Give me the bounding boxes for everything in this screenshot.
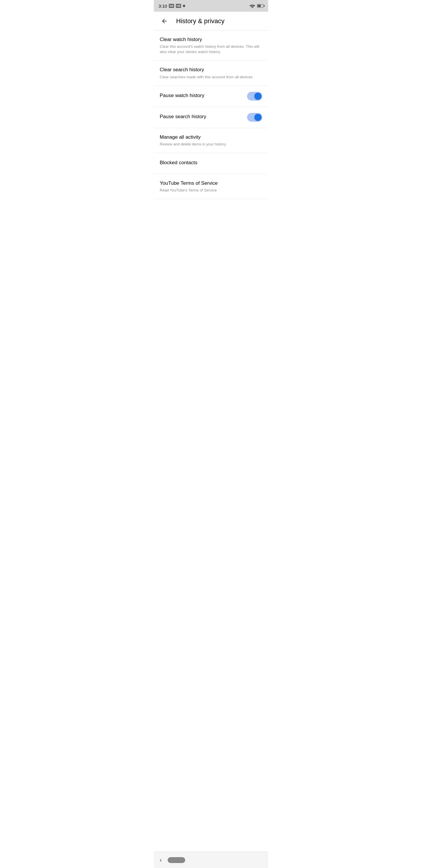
- pause-watch-history-item[interactable]: Pause watch history: [154, 86, 268, 107]
- blocked-contacts-item[interactable]: Blocked contacts: [154, 153, 268, 174]
- youtube-tos-title: YouTube Terms of Service: [160, 180, 262, 186]
- manage-all-activity-title: Manage all activity: [160, 134, 262, 141]
- status-time: 3:10: [159, 3, 167, 8]
- settings-list: Clear watch history Clear this account's…: [154, 31, 268, 199]
- pause-search-history-toggle-knob: [254, 114, 261, 121]
- pause-search-history-toggle[interactable]: [247, 113, 262, 122]
- pause-search-history-title: Pause search history: [160, 114, 242, 120]
- status-bar: 3:10 GE GE: [154, 0, 268, 12]
- status-bar-right: [249, 4, 263, 8]
- clear-watch-history-title: Clear watch history: [160, 36, 262, 43]
- youtube-tos-item[interactable]: YouTube Terms of Service Read YouTube's …: [154, 174, 268, 199]
- clear-search-history-item[interactable]: Clear search history Clear searches made…: [154, 61, 268, 86]
- pause-watch-history-content: Pause watch history: [160, 92, 242, 100]
- pause-watch-history-title: Pause watch history: [160, 92, 242, 99]
- status-icon-1: GE: [169, 4, 174, 8]
- status-dot: [183, 5, 185, 7]
- back-button[interactable]: [159, 15, 170, 27]
- bottom-nav: ‹: [154, 851, 268, 868]
- clear-search-history-content: Clear search history Clear searches made…: [160, 67, 262, 80]
- youtube-tos-content: YouTube Terms of Service Read YouTube's …: [160, 180, 262, 193]
- clear-search-history-title: Clear search history: [160, 67, 262, 73]
- status-bar-left: 3:10 GE GE: [159, 3, 185, 8]
- status-icon-2: GE: [176, 4, 181, 8]
- manage-all-activity-content: Manage all activity Review and delete it…: [160, 134, 262, 147]
- nav-back-button[interactable]: ‹: [154, 854, 168, 866]
- page-title: History & privacy: [176, 17, 225, 25]
- pause-search-history-item[interactable]: Pause search history: [154, 107, 268, 128]
- nav-home-pill[interactable]: [168, 857, 185, 863]
- back-arrow-icon: [161, 18, 168, 25]
- blocked-contacts-title: Blocked contacts: [160, 159, 262, 166]
- app-bar: History & privacy: [154, 12, 268, 31]
- clear-watch-history-content: Clear watch history Clear this account's…: [160, 36, 262, 55]
- pause-search-history-toggle-container: [247, 113, 262, 122]
- battery-icon: [257, 4, 263, 8]
- youtube-tos-subtitle: Read YouTube's Terms of Service: [160, 188, 262, 193]
- clear-search-history-subtitle: Clear searches made with this account fr…: [160, 74, 262, 80]
- blocked-contacts-content: Blocked contacts: [160, 159, 262, 167]
- manage-all-activity-item[interactable]: Manage all activity Review and delete it…: [154, 128, 268, 153]
- clear-watch-history-item[interactable]: Clear watch history Clear this account's…: [154, 31, 268, 61]
- pause-watch-history-toggle[interactable]: [247, 92, 262, 101]
- wifi-icon: [249, 4, 255, 8]
- clear-watch-history-subtitle: Clear this account's watch history from …: [160, 44, 262, 55]
- pause-search-history-content: Pause search history: [160, 114, 242, 121]
- pause-watch-history-toggle-container: [247, 92, 262, 101]
- manage-all-activity-subtitle: Review and delete items in your history: [160, 142, 262, 147]
- pause-watch-history-toggle-knob: [254, 93, 261, 100]
